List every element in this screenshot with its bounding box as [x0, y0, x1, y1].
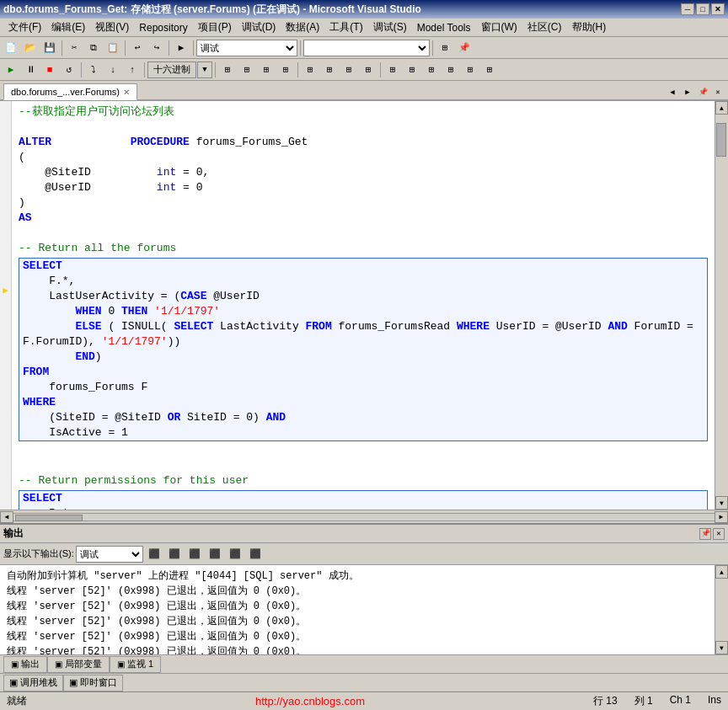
tab-scroll-left[interactable]: ◀: [666, 84, 679, 99]
vscroll-thumb[interactable]: [716, 123, 726, 157]
tb-d12[interactable]: ⊞: [442, 61, 460, 79]
tb-pause[interactable]: ⏸: [21, 61, 40, 79]
tab-callstack[interactable]: ▣ 调用堆栈: [3, 675, 63, 691]
tb-build[interactable]: ▶: [172, 39, 190, 57]
menu-repository[interactable]: Repository: [134, 20, 192, 35]
output-tb3[interactable]: ⬛: [185, 545, 204, 563]
tb-d7[interactable]: ⊞: [340, 61, 358, 79]
panel-pin[interactable]: 📌: [699, 528, 711, 540]
output-tb6[interactable]: ⬛: [246, 545, 265, 563]
menu-file[interactable]: 文件(F): [3, 19, 46, 36]
hscroll-track[interactable]: [13, 513, 715, 521]
tb-redo[interactable]: ↪: [147, 39, 166, 57]
tab-output[interactable]: ▣ 输出: [3, 656, 47, 673]
tb-cut[interactable]: ✂: [65, 39, 83, 57]
output-source-dropdown[interactable]: 调试: [76, 546, 143, 563]
status-mode: Ins: [708, 694, 721, 708]
tb-restart[interactable]: ↺: [60, 61, 78, 79]
code-editor[interactable]: --获取指定用户可访问论坛列表 ALTER PROCEDURE forums_F…: [12, 101, 715, 510]
sep11: [380, 62, 381, 77]
tb-d5[interactable]: ⊞: [301, 61, 319, 79]
output-content: 自动附加到计算机 "server" 上的进程 "[4044] [SQL] ser…: [0, 565, 715, 654]
tab-bar: dbo.forums_...ver.Forums) ✕ ◀ ▶ 📌 ✕: [0, 81, 728, 101]
bottom-tabs: ▣ 输出 ▣ 局部变量 ▣ 监视 1: [0, 654, 728, 673]
menu-view[interactable]: 视图(V): [90, 19, 134, 36]
menu-test[interactable]: 调试(S): [368, 19, 412, 36]
locals-icon: ▣: [55, 659, 62, 669]
panel-close[interactable]: ✕: [713, 528, 725, 540]
tb-paste[interactable]: 📋: [104, 39, 122, 57]
tb-d9[interactable]: ⊞: [383, 61, 402, 79]
tb-d13[interactable]: ⊞: [461, 61, 479, 79]
platform-dropdown[interactable]: [303, 40, 430, 56]
tab-locals[interactable]: ▣ 局部变量: [47, 656, 110, 673]
out-vscroll-down[interactable]: ▼: [715, 641, 728, 654]
debug-dropdown[interactable]: ▼: [197, 61, 212, 78]
tb-copy[interactable]: ⧉: [84, 39, 103, 57]
tb-extra[interactable]: ⊞: [436, 39, 454, 57]
tb-stepover[interactable]: ⤵: [84, 61, 103, 79]
editor-hscroll[interactable]: ◀ ▶: [0, 510, 728, 523]
menu-tools[interactable]: 工具(T): [324, 19, 367, 36]
maximize-button[interactable]: □: [696, 3, 709, 15]
tb-undo[interactable]: ↩: [128, 39, 147, 57]
tb-continue[interactable]: ▶: [2, 61, 20, 79]
tab-close-all[interactable]: ✕: [711, 84, 725, 99]
tb-d1[interactable]: ⊞: [218, 61, 237, 79]
tb-d11[interactable]: ⊞: [422, 61, 441, 79]
show-output-label: 显示以下输出(S):: [3, 547, 74, 560]
tb-d4[interactable]: ⊞: [276, 61, 295, 79]
tb-pin[interactable]: 📌: [455, 39, 474, 57]
editor-tab[interactable]: dbo.forums_...ver.Forums) ✕: [3, 83, 137, 100]
hex-button[interactable]: 十六进制: [147, 61, 196, 78]
tab-close-icon[interactable]: ✕: [123, 88, 130, 97]
tb-new[interactable]: 📄: [2, 39, 20, 57]
menu-community[interactable]: 社区(C): [522, 19, 567, 36]
minimize-button[interactable]: ─: [681, 3, 694, 15]
out-vscroll-up[interactable]: ▲: [715, 565, 728, 579]
config-dropdown[interactable]: 调试: [196, 40, 297, 56]
tb-d6[interactable]: ⊞: [320, 61, 339, 79]
hscroll-left[interactable]: ◀: [0, 511, 13, 523]
tb-save[interactable]: 💾: [40, 39, 59, 57]
output-tb2[interactable]: ⬛: [165, 545, 184, 563]
hscroll-thumb[interactable]: [15, 515, 83, 521]
tab-watch1[interactable]: ▣ 监视 1: [110, 656, 161, 673]
tb-d3[interactable]: ⊞: [257, 61, 276, 79]
menu-debug[interactable]: 调试(D): [237, 19, 281, 36]
tab-scroll-right[interactable]: ▶: [681, 84, 694, 99]
menu-model-tools[interactable]: Model Tools: [412, 20, 476, 35]
menu-data[interactable]: 数据(A): [281, 19, 324, 36]
vscroll-down[interactable]: ▼: [715, 496, 728, 510]
toolbar-debug: ▶ ⏸ ■ ↺ ⤵ ↓ ↑ 十六进制 ▼ ⊞ ⊞ ⊞ ⊞ ⊞ ⊞ ⊞ ⊞ ⊞ ⊞…: [0, 59, 728, 81]
hscroll-right[interactable]: ▶: [715, 511, 728, 523]
output-tb1[interactable]: ⬛: [145, 545, 163, 563]
sep2: [125, 40, 126, 56]
menu-help[interactable]: 帮助(H): [567, 19, 612, 36]
tb-stop[interactable]: ■: [40, 61, 59, 79]
sep6: [432, 40, 433, 56]
vscroll-track[interactable]: [715, 115, 728, 496]
output-tb5[interactable]: ⬛: [226, 545, 244, 563]
tb-d10[interactable]: ⊞: [403, 61, 421, 79]
tb-stepinto[interactable]: ↓: [104, 61, 122, 79]
output-tb4[interactable]: ⬛: [206, 545, 224, 563]
menu-window[interactable]: 窗口(W): [476, 19, 522, 36]
tb-stepout[interactable]: ↑: [123, 61, 142, 79]
editor-vscroll[interactable]: ▲ ▼: [715, 101, 728, 510]
close-button[interactable]: ✕: [711, 3, 725, 15]
output-panel: 输出 📌 ✕ 显示以下输出(S): 调试 ⬛ ⬛ ⬛ ⬛ ⬛ ⬛ 自动附加到计算…: [0, 523, 728, 691]
tb-d2[interactable]: ⊞: [238, 61, 256, 79]
tb-d14[interactable]: ⊞: [480, 61, 499, 79]
tab-immediate[interactable]: ▣ 即时窗口: [63, 675, 123, 691]
menu-edit[interactable]: 编辑(E): [46, 19, 90, 36]
vscroll-up[interactable]: ▲: [715, 101, 728, 115]
tb-d8[interactable]: ⊞: [359, 61, 377, 79]
status-right: 行 13 列 1 Ch 1 Ins: [593, 694, 721, 708]
output-vscroll[interactable]: ▲ ▼: [715, 565, 728, 654]
tb-open[interactable]: 📂: [21, 39, 40, 57]
menu-project[interactable]: 项目(P): [193, 19, 237, 36]
window-title: dbo.forums_Forums_Get: 存储过程 (server.Foru…: [3, 3, 421, 17]
out-vscroll-track[interactable]: [715, 579, 728, 641]
tab-pin-btn[interactable]: 📌: [696, 84, 709, 99]
